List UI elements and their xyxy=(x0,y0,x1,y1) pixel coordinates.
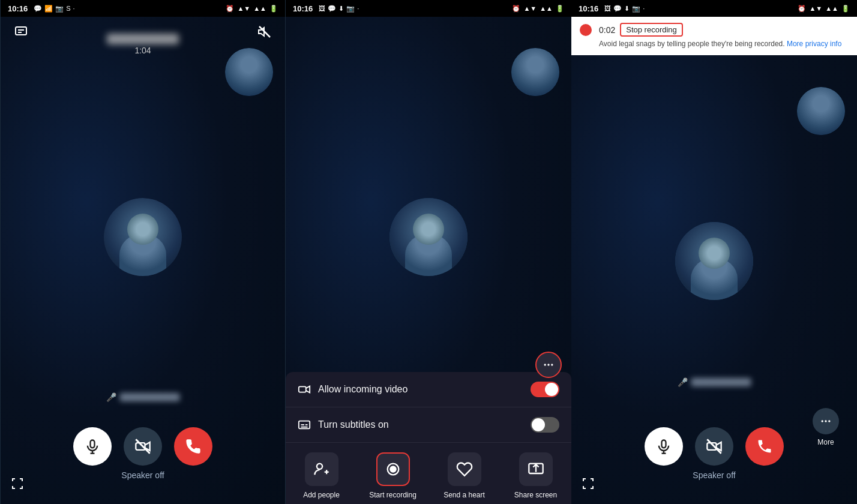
toggle-knob-2 xyxy=(532,418,545,431)
caller-name-blur xyxy=(120,393,180,401)
signal-bars-icon: ▲▲ xyxy=(253,5,266,12)
control-buttons xyxy=(73,427,212,466)
battery-icon: 🔋 xyxy=(269,5,278,13)
more-area-3[interactable]: More xyxy=(813,408,839,446)
whatsapp-icon-3: 💬 xyxy=(613,5,622,13)
photo-icon-3: 🖼 xyxy=(604,5,611,12)
start-recording-item[interactable]: Start recording xyxy=(357,452,428,499)
screen-corners-icon[interactable] xyxy=(10,476,25,493)
instagram-icon-3: 📷 xyxy=(632,5,640,13)
remote-avatar-small-3 xyxy=(797,87,845,135)
more-dots-icon-3 xyxy=(820,415,832,427)
svg-point-15 xyxy=(316,464,322,469)
status-icons-3: 🖼 💬 ⬇ 📷 · xyxy=(604,5,645,13)
screen-corners-icon-3[interactable] xyxy=(581,476,595,493)
mic-button[interactable] xyxy=(73,427,112,466)
send-heart-item[interactable]: Send a heart xyxy=(428,452,500,499)
end-call-button-3[interactable] xyxy=(745,427,784,466)
status-right-1: ⏰ ▲▼ ▲▲ 🔋 xyxy=(226,5,278,13)
instagram-icon: 📷 xyxy=(55,5,64,13)
mic-button-3[interactable] xyxy=(645,427,683,466)
svg-point-19 xyxy=(390,466,395,472)
dot-icon: · xyxy=(73,5,75,12)
recording-description: Avoid legal snags by telling people they… xyxy=(599,39,849,49)
wifi-icon-3: ▲▼ xyxy=(809,5,822,12)
svg-point-24 xyxy=(551,364,553,365)
chat-icon[interactable] xyxy=(10,21,32,43)
add-people-icon-bg xyxy=(305,452,338,486)
local-avatar-face-3 xyxy=(675,222,753,300)
add-people-item[interactable]: Add people xyxy=(286,452,357,499)
add-people-icon xyxy=(313,461,330,478)
dot-icon-3: · xyxy=(643,5,645,12)
share-screen-icon-bg xyxy=(519,452,553,486)
signal-icon-2: ▲▲ xyxy=(540,5,553,12)
svg-point-31 xyxy=(825,420,826,422)
panel-2: 10:16 🖼 💬 ⬇ 📷 · ⏰ ▲▼ ▲▲ 🔋 🎤 xyxy=(286,0,571,504)
local-avatar-face xyxy=(104,198,182,276)
status-right-3: ⏰ ▲▼ ▲▲ 🔋 xyxy=(798,5,850,13)
video-off-button-3[interactable] xyxy=(695,427,733,466)
more-dots-icon xyxy=(543,359,555,371)
panel-3: 10:16 🖼 💬 ⬇ 📷 · ⏰ ▲▼ ▲▲ 🔋 0:02 Stop reco… xyxy=(571,0,857,504)
incoming-video-row[interactable]: Allow incoming video xyxy=(286,372,571,407)
more-privacy-link[interactable]: More privacy info xyxy=(787,40,841,48)
send-heart-icon-bg xyxy=(448,452,481,486)
status-icons-2: 🖼 💬 ⬇ 📷 · xyxy=(319,5,359,13)
incoming-video-toggle[interactable] xyxy=(531,382,559,397)
control-buttons-3 xyxy=(645,427,784,466)
incoming-video-label: Allow incoming video xyxy=(318,384,531,395)
send-heart-label: Send a heart xyxy=(444,491,485,499)
status-time-3: 10:16 xyxy=(579,4,598,13)
remote-avatar-face-2 xyxy=(511,48,559,96)
svg-point-32 xyxy=(828,420,830,422)
status-bar-1: 10:16 💬 📶 📷 S · ⏰ ▲▼ ▲▲ 🔋 xyxy=(1,0,285,17)
svg-rect-0 xyxy=(16,27,26,35)
svg-line-9 xyxy=(136,439,149,453)
subtitles-toggle[interactable] xyxy=(531,417,559,433)
record-icon xyxy=(385,461,401,478)
speaker-label-3: Speaker off xyxy=(693,470,735,480)
signal-icon: 📶 xyxy=(44,5,53,13)
wifi-icon-2: ▲▼ xyxy=(523,5,537,12)
speaker-label-1: Speaker off xyxy=(121,470,164,480)
instagram-icon-2: 📷 xyxy=(346,5,355,13)
alarm-icon-3: ⏰ xyxy=(798,5,806,13)
local-avatar-3 xyxy=(675,222,753,300)
local-avatar-face-2 xyxy=(389,198,468,276)
contact-name-area: 1:04 xyxy=(107,34,179,55)
svg-point-23 xyxy=(547,364,549,365)
contact-name-blur xyxy=(107,34,179,44)
status-time-1: 10:16 xyxy=(8,4,28,13)
dot-icon-2: · xyxy=(357,5,359,12)
caller-name-label: 🎤 xyxy=(106,392,180,402)
svg-rect-5 xyxy=(91,440,95,448)
call-timer: 1:04 xyxy=(107,46,179,55)
whatsapp-icon: 💬 xyxy=(34,5,42,13)
bottom-sheet: Allow incoming video Turn subtitles on xyxy=(286,372,571,504)
recording-timer-row: 0:02 Stop recording xyxy=(599,23,849,37)
recording-content: 0:02 Stop recording Avoid legal snags by… xyxy=(599,23,849,49)
toggle-knob-1 xyxy=(545,383,558,396)
video-off-button[interactable] xyxy=(124,427,162,466)
share-screen-item[interactable]: Share screen xyxy=(500,452,571,499)
action-buttons: Add people Start recording xyxy=(286,443,571,504)
whatsapp-icon-2: 💬 xyxy=(328,5,336,13)
panel-1: 10:16 💬 📶 📷 S · ⏰ ▲▼ ▲▲ 🔋 1: xyxy=(0,0,286,504)
status-time-2: 10:16 xyxy=(293,4,313,13)
wifi-icon: ▲▼ xyxy=(237,5,250,12)
subtitles-row[interactable]: Turn subtitles on xyxy=(286,407,571,443)
start-recording-icon-bg xyxy=(376,452,410,486)
stop-recording-button[interactable]: Stop recording xyxy=(620,23,683,37)
subtitles-label: Turn subtitles on xyxy=(318,419,531,430)
more-button-3[interactable] xyxy=(813,408,839,434)
photo-icon: 🖼 xyxy=(319,5,325,12)
mic-icon-small: 🎤 xyxy=(106,392,116,402)
status-bar-3: 10:16 🖼 💬 ⬇ 📷 · ⏰ ▲▼ ▲▲ 🔋 xyxy=(571,0,857,17)
local-avatar xyxy=(104,198,182,276)
start-recording-label: Start recording xyxy=(369,491,416,499)
more-button[interactable] xyxy=(535,352,562,378)
svg-rect-10 xyxy=(299,386,306,392)
mute-icon[interactable] xyxy=(254,21,275,43)
end-call-button[interactable] xyxy=(174,427,212,466)
